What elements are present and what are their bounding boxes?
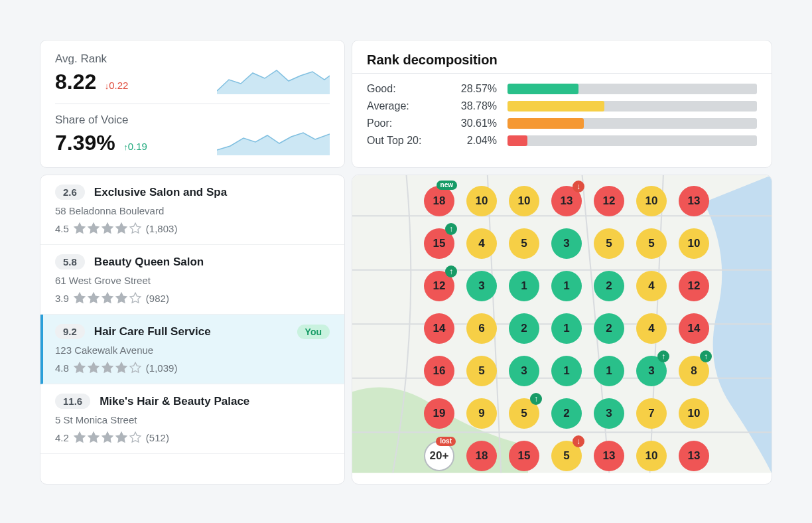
map-rank-dot[interactable]: 5↓ xyxy=(551,441,582,471)
map-rank-dot[interactable]: 10 xyxy=(509,186,539,216)
map-rank-dot[interactable]: 3 xyxy=(551,228,582,259)
competitor-rank-pill: 2.6 xyxy=(55,185,85,200)
decomp-row: Out Top 20:2.04% xyxy=(367,135,757,147)
map-rank-dot[interactable]: 1 xyxy=(594,356,624,386)
competitor-item[interactable]: 2.6Exclusive Salon and Spa58 Beladonna B… xyxy=(40,175,344,245)
map-dot-badge: lost xyxy=(436,437,456,446)
map-rank-dot[interactable]: 18 xyxy=(466,441,497,471)
map-rank-dot[interactable]: 4 xyxy=(466,228,497,259)
competitor-item[interactable]: 11.6Mike's Hair & Beauty Palace5 St Moni… xyxy=(40,384,344,454)
star-icon xyxy=(87,222,100,235)
star-icon xyxy=(101,222,114,235)
competitor-name: Beauty Queen Salon xyxy=(94,256,204,269)
map-dot-badge: new xyxy=(437,181,457,190)
map-rank-dot[interactable]: 12↑ xyxy=(424,271,454,301)
map-rank-dot[interactable]: 1 xyxy=(551,271,582,301)
map-rank-dot[interactable]: 10 xyxy=(466,186,497,216)
avg-rank-value: 8.22 xyxy=(55,70,96,94)
competitor-item[interactable]: 9.2Hair Care Full ServiceYou123 Cakewalk… xyxy=(40,315,344,384)
map-rank-dot[interactable]: 10 xyxy=(679,228,709,259)
competitor-rank-pill: 9.2 xyxy=(55,324,85,339)
map-rank-dot[interactable]: 2 xyxy=(594,313,624,344)
map-rank-dot[interactable]: 15↑ xyxy=(424,228,454,259)
map-rank-dot[interactable]: 5 xyxy=(636,228,667,259)
star-icon xyxy=(129,222,142,235)
share-title: Share of Voice xyxy=(55,113,209,127)
decomp-pct: 38.78% xyxy=(450,100,497,112)
star-icon xyxy=(73,291,86,305)
map-rank-dot[interactable]: 2 xyxy=(594,271,624,301)
map-rank-dot[interactable]: 3 xyxy=(466,271,497,301)
star-icon xyxy=(101,431,114,444)
map-rank-dot[interactable]: 6 xyxy=(466,313,497,344)
map-rank-dot[interactable]: 12 xyxy=(679,271,709,301)
star-icon xyxy=(73,222,86,235)
map-rank-dot[interactable]: 18new xyxy=(424,186,454,216)
up-arrow-icon: ↑ xyxy=(445,223,457,235)
metrics-card: Avg. Rank 8.22 ↓0.22 Share of Voice 7.39… xyxy=(40,40,345,168)
decomp-bar xyxy=(508,135,757,146)
decomp-label: Average: xyxy=(367,100,440,112)
competitor-rating: 3.9(982) xyxy=(55,291,330,305)
map-rank-dot[interactable]: 14 xyxy=(424,313,454,344)
decomp-row: Poor:30.61% xyxy=(367,117,757,129)
map-rank-dot[interactable]: 9 xyxy=(466,398,497,429)
map-rank-dot[interactable]: 12 xyxy=(594,186,624,216)
map-rank-dot[interactable]: 13 xyxy=(679,186,709,216)
decomp-pct: 28.57% xyxy=(450,83,497,95)
map-rank-dot[interactable]: 1 xyxy=(509,271,539,301)
decomp-row: Good:28.57% xyxy=(367,83,757,95)
decomp-bar xyxy=(508,101,757,112)
map-rank-dot[interactable]: 13↓ xyxy=(551,186,582,216)
map-rank-dot[interactable]: 19 xyxy=(424,398,454,429)
map-rank-dot[interactable]: 15 xyxy=(509,441,539,471)
competitor-rank-pill: 11.6 xyxy=(55,394,90,409)
map-rank-dot[interactable]: 8↑ xyxy=(679,356,709,386)
map-rank-dot[interactable]: 4 xyxy=(636,313,667,344)
map-rank-dot[interactable]: 20+lost xyxy=(424,441,454,471)
rank-map[interactable]: 18new101013↓12101315↑453551012↑311241214… xyxy=(352,175,772,485)
map-rank-dot[interactable]: 13 xyxy=(594,441,624,471)
map-rank-dot[interactable]: 10 xyxy=(636,186,667,216)
star-icon xyxy=(73,361,86,374)
up-arrow-icon: ↑ xyxy=(530,393,542,405)
competitor-list[interactable]: 2.6Exclusive Salon and Spa58 Beladonna B… xyxy=(40,175,345,485)
map-rank-dot[interactable]: 5 xyxy=(594,228,624,259)
map-rank-dot[interactable]: 3 xyxy=(594,398,624,429)
avg-rank-sparkline xyxy=(217,61,330,94)
map-rank-dot[interactable]: 3↑ xyxy=(636,356,667,386)
map-rank-dot[interactable]: 2 xyxy=(551,398,582,429)
star-icon xyxy=(129,361,142,374)
map-rank-dot[interactable]: 13 xyxy=(679,441,709,471)
map-rank-dot[interactable]: 16 xyxy=(424,356,454,386)
up-arrow-icon: ↑ xyxy=(657,350,669,362)
map-rank-dot[interactable]: 5 xyxy=(509,228,539,259)
map-rank-dot[interactable]: 3 xyxy=(509,356,539,386)
map-rank-dot[interactable]: 1 xyxy=(551,356,582,386)
star-icon xyxy=(129,431,142,444)
competitor-address: 5 St Monica Street xyxy=(55,414,330,425)
competitor-name: Exclusive Salon and Spa xyxy=(94,186,227,199)
avg-rank-block: Avg. Rank 8.22 ↓0.22 xyxy=(55,52,209,94)
competitor-item[interactable]: 5.8Beauty Queen Salon61 West Grove Stree… xyxy=(40,245,344,315)
star-icon xyxy=(115,361,128,374)
map-rank-dot[interactable]: 2 xyxy=(509,313,539,344)
decomp-bar xyxy=(508,84,757,94)
up-arrow-icon: ↑ xyxy=(700,350,712,362)
map-rank-dot[interactable]: 10 xyxy=(679,398,709,429)
map-rank-dot[interactable]: 14 xyxy=(679,313,709,344)
share-block: Share of Voice 7.39% ↑0.19 xyxy=(55,113,209,155)
star-icon xyxy=(101,291,114,305)
down-arrow-icon: ↓ xyxy=(573,435,584,447)
map-rank-dot[interactable]: 1 xyxy=(551,313,582,344)
competitor-rating: 4.2(512) xyxy=(55,431,330,444)
star-icon xyxy=(73,431,86,444)
decomp-pct: 30.61% xyxy=(450,117,497,129)
star-icon xyxy=(115,222,128,235)
map-rank-dot[interactable]: 4 xyxy=(636,271,667,301)
map-rank-dot[interactable]: 5↑ xyxy=(509,398,539,429)
map-rank-dot[interactable]: 5 xyxy=(466,356,497,386)
map-rank-dot[interactable]: 10 xyxy=(636,441,667,471)
competitor-name: Hair Care Full Service xyxy=(94,325,211,338)
map-rank-dot[interactable]: 7 xyxy=(636,398,667,429)
